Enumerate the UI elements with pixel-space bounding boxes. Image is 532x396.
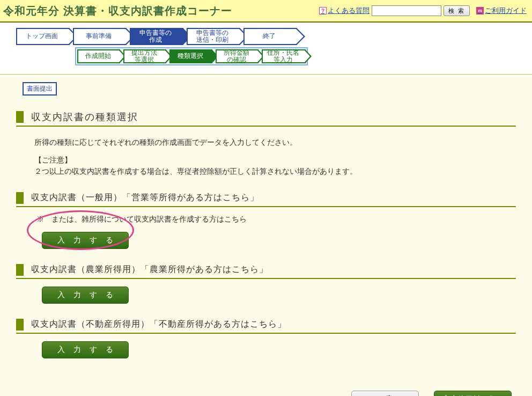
nav-sub-step-3[interactable]: 所得金額 の確認 [216,49,258,63]
section-marker-icon [16,319,24,331]
section-marker-icon [16,192,24,204]
instruction-text: 所得の種類に応じてそれぞれの種類の作成画面でデータを入力してください。 [34,136,516,149]
main-section-title: 収支内訳書の種類選択 [31,111,138,123]
nav-main-step-2[interactable]: 申告書等の 作成 [130,28,183,45]
sub-section-title: 収支内訳書（不動産所得用）「不動産所得がある方はこちら」 [31,319,286,330]
main-content: 書面提出 収支内訳書の種類選択 所得の種類に応じてそれぞれの種類の作成画面でデー… [0,75,532,396]
page-title: 令和元年分 決算書・収支内訳書作成コーナー [3,4,232,18]
nav-main-step-0[interactable]: トップ画面 [16,28,70,45]
sub-section-header: 収支内訳書（不動産所得用）「不動産所得がある方はこちら」 [16,319,516,334]
back-button[interactable]: ＜ 戻る [351,391,419,396]
sub-section-title: 収支内訳書（農業所得用）「農業所得がある方はこちら」 [31,264,268,275]
section-marker-icon [16,264,24,276]
form-type-section-0: 収支内訳書（一般用）「営業等所得がある方はこちら」※ または、雑所得について収支… [16,192,516,249]
search-button[interactable]: 検 索 [444,5,470,16]
nav-sub-step-1[interactable]: 提出方法 等選択 [123,49,166,63]
faq-link[interactable]: ? よくある質問 [319,6,370,16]
section-marker-icon [16,111,24,123]
guide-label: ご利用ガイド [485,6,527,16]
footer-actions: ＜ 戻る 入力終了(次へ) ＞ [16,391,516,396]
sub-section-header: 収支内訳書（農業所得用）「農業所得がある方はこちら」 [16,264,516,279]
input-button[interactable]: 入 力 す る [42,287,129,304]
next-button[interactable]: 入力終了(次へ) ＞ [434,391,512,396]
submission-badge: 書面提出 [23,82,57,96]
nav-main-step-4[interactable]: 終了 [243,28,297,45]
guide-link[interactable]: m ご利用ガイド [476,6,527,16]
form-type-section-1: 収支内訳書（農業所得用）「農業所得がある方はこちら」入 力 す る [16,264,516,304]
caution-heading: 【ご注意】 [34,155,516,166]
nav-main-step-1[interactable]: 事前準備 [73,28,127,45]
nav-sub-step-0[interactable]: 作成開始 [77,49,120,63]
input-button[interactable]: 入 力 す る [42,232,129,249]
app-header: 令和元年分 決算書・収支内訳書作成コーナー ? よくある質問 検 索 m ご利用… [0,0,532,21]
faq-label: よくある質問 [328,6,370,16]
nav-main-step-3[interactable]: 申告書等の 送信・印刷 [187,28,240,45]
sub-section-title: 収支内訳書（一般用）「営業等所得がある方はこちら」 [31,192,259,203]
search-input[interactable] [372,5,441,16]
sub-section-note: ※ または、雑所得について収支内訳書を作成する方はこちら [36,215,516,224]
input-button[interactable]: 入 力 す る [42,341,129,358]
caution-body: ２つ以上の収支内訳書を作成する場合は、専従者控除額が正しく計算されない場合があり… [34,166,516,177]
main-section-header: 収支内訳書の種類選択 [16,111,516,127]
nav-sub-step-2[interactable]: 種類選択 [169,49,212,63]
form-type-section-2: 収支内訳書（不動産所得用）「不動産所得がある方はこちら」入 力 す る [16,319,516,358]
guide-icon: m [476,7,484,14]
question-icon: ? [319,7,327,14]
progress-nav: トップ画面事前準備申告書等の 作成申告書等の 送信・印刷終了 作成開始提出方法 … [0,23,532,71]
sub-section-header: 収支内訳書（一般用）「営業等所得がある方はこちら」 [16,192,516,207]
nav-sub-step-4[interactable]: 住所・氏名 等入力 [262,49,306,63]
